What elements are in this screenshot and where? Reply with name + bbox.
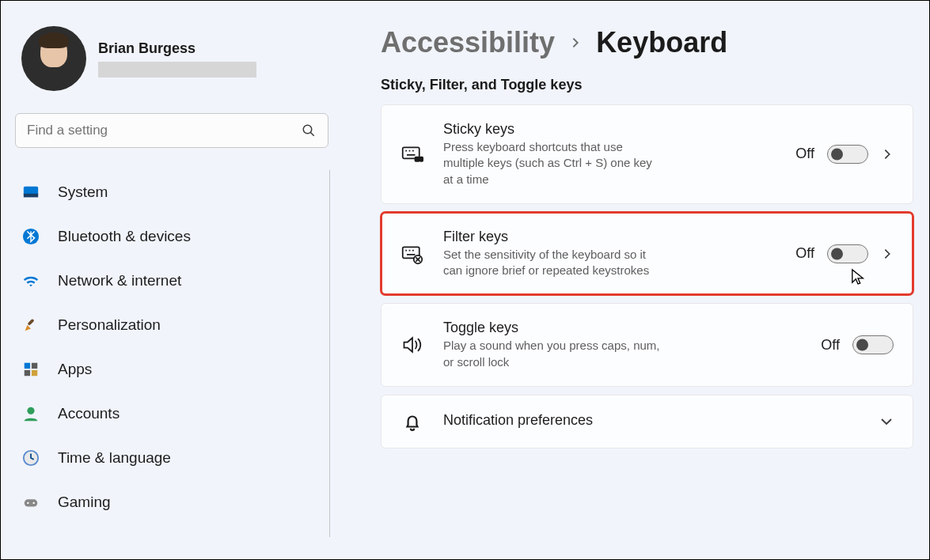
- toggle-keys-toggle[interactable]: [852, 335, 894, 354]
- setting-title: Filter keys: [443, 229, 665, 245]
- toggle-state-label: Off: [795, 245, 814, 262]
- toggle-state-label: Off: [795, 146, 814, 162]
- setting-description: Press keyboard shortcuts that use multip…: [443, 139, 665, 187]
- sidebar-item-label: Time & language: [58, 449, 171, 467]
- svg-point-0: [303, 125, 312, 134]
- chevron-right-icon: [569, 36, 582, 49]
- sidebar-item-network[interactable]: Network & internet: [13, 259, 329, 303]
- sticky-keys-icon: [400, 143, 424, 165]
- setting-description: Set the sensitivity of the keyboard so i…: [443, 247, 665, 279]
- setting-description: Play a sound when you press caps, num, o…: [443, 338, 665, 370]
- svg-rect-5: [27, 319, 34, 326]
- speaker-icon: [400, 334, 424, 356]
- main-content: Accessibility Keyboard Sticky, Filter, a…: [343, 1, 929, 559]
- sidebar-item-label: System: [58, 184, 108, 201]
- svg-rect-21: [420, 157, 423, 161]
- sidebar-item-label: Bluetooth & devices: [58, 228, 191, 245]
- chevron-down-icon[interactable]: [879, 414, 894, 429]
- sidebar-item-system[interactable]: System: [13, 170, 329, 214]
- filter-keys-icon: [400, 243, 424, 265]
- paintbrush-icon: [21, 316, 40, 335]
- setting-title: Sticky keys: [443, 121, 665, 138]
- avatar: [21, 26, 86, 91]
- svg-rect-20: [416, 157, 419, 161]
- sidebar-item-gaming[interactable]: Gaming: [13, 480, 329, 524]
- sidebar: Brian Burgess System: [1, 1, 343, 559]
- person-icon: [21, 404, 40, 423]
- setting-row-sticky-keys[interactable]: Sticky keys Press keyboard shortcuts tha…: [381, 104, 913, 204]
- gamepad-icon: [21, 493, 40, 512]
- apps-icon: [21, 360, 40, 379]
- monitor-icon: [21, 183, 40, 202]
- sidebar-item-label: Network & internet: [58, 272, 181, 289]
- sidebar-item-label: Apps: [58, 361, 92, 378]
- page-title: Keyboard: [596, 26, 727, 59]
- chevron-right-icon[interactable]: [881, 148, 894, 161]
- user-name: Brian Burgess: [98, 40, 256, 57]
- wifi-icon: [21, 271, 40, 290]
- breadcrumb: Accessibility Keyboard: [381, 26, 913, 59]
- sidebar-item-apps[interactable]: Apps: [13, 347, 329, 392]
- bluetooth-icon: [21, 227, 40, 246]
- search-input[interactable]: [15, 113, 328, 148]
- setting-title: Notification preferences: [443, 412, 860, 429]
- sidebar-item-time-language[interactable]: Time & language: [13, 436, 329, 480]
- svg-line-1: [310, 132, 314, 136]
- breadcrumb-parent[interactable]: Accessibility: [381, 26, 555, 59]
- search-icon: [302, 123, 316, 138]
- clock-globe-icon: [21, 448, 40, 467]
- sidebar-nav: System Bluetooth & devices Network & int…: [13, 170, 330, 537]
- section-heading: Sticky, Filter, and Toggle keys: [381, 77, 913, 93]
- svg-point-10: [27, 407, 34, 414]
- svg-rect-9: [32, 370, 37, 376]
- svg-rect-12: [25, 499, 38, 506]
- mouse-cursor-icon: [851, 268, 865, 286]
- svg-rect-6: [25, 363, 30, 369]
- toggle-state-label: Off: [821, 337, 840, 354]
- svg-rect-3: [24, 194, 38, 198]
- setting-row-filter-keys[interactable]: Filter keys Set the sensitivity of the k…: [381, 212, 913, 296]
- svg-point-14: [32, 502, 34, 504]
- bell-icon: [400, 411, 424, 432]
- sidebar-item-label: Personalization: [58, 316, 161, 334]
- sidebar-item-bluetooth[interactable]: Bluetooth & devices: [13, 214, 329, 259]
- svg-rect-7: [32, 363, 37, 369]
- sidebar-item-label: Accounts: [58, 405, 120, 422]
- sidebar-item-label: Gaming: [58, 494, 111, 511]
- sticky-keys-toggle[interactable]: [827, 145, 868, 164]
- user-email-redacted: [98, 62, 256, 78]
- user-account-block[interactable]: Brian Burgess: [13, 26, 330, 91]
- chevron-right-icon[interactable]: [881, 248, 894, 260]
- setting-row-notification-preferences[interactable]: Notification preferences: [381, 395, 913, 448]
- svg-point-13: [27, 502, 28, 504]
- sidebar-item-accounts[interactable]: Accounts: [13, 392, 329, 436]
- svg-rect-8: [25, 370, 30, 376]
- setting-row-toggle-keys[interactable]: Toggle keys Play a sound when you press …: [381, 303, 913, 387]
- setting-title: Toggle keys: [443, 320, 665, 336]
- sidebar-item-personalization[interactable]: Personalization: [13, 303, 329, 347]
- filter-keys-toggle[interactable]: [827, 244, 868, 263]
